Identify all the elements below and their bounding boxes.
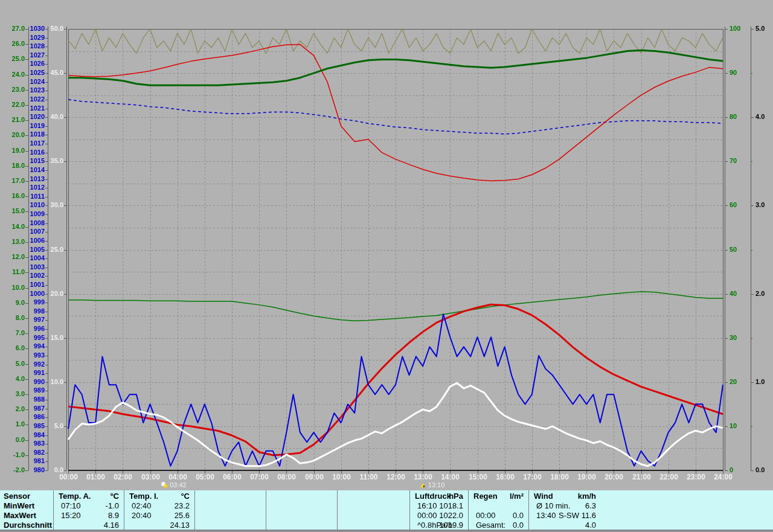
table-cell-value: 4.16 xyxy=(104,521,119,530)
moonrise-time: 03:42 xyxy=(170,481,187,489)
table-cell-row xyxy=(195,501,266,510)
table-cell-left: Gesamt: xyxy=(476,521,505,530)
table-cell-row: Ø 10 min.6.3 xyxy=(529,501,601,510)
table-col-tempa: Temp. A.°C07:10-1.015:208.94.16 xyxy=(53,490,124,530)
table-col-header: Regen xyxy=(473,492,498,501)
bottom-strip xyxy=(0,530,773,532)
table-cell-row: 16:101018.1 xyxy=(410,501,469,510)
table-col-empty xyxy=(337,490,410,530)
moonset-time: 13:10 xyxy=(428,481,445,489)
table-cell-row: 20:4025.6 xyxy=(124,511,195,520)
table-cell-left: Ø 10 min. xyxy=(536,501,570,510)
moonset-marker: 13:10 xyxy=(420,481,445,489)
table-cell-row: 24.13 xyxy=(124,521,195,530)
table-cell-row xyxy=(338,521,410,530)
table-cell-row: Temp. I.°C xyxy=(124,492,195,501)
table-cell-left: 00:00 xyxy=(476,511,496,520)
table-row-label: Durchschnitt xyxy=(4,521,52,530)
table-col-empty xyxy=(266,490,338,530)
table-cell-left: 02:40 xyxy=(132,501,152,510)
table-cell-value: 23.2 xyxy=(175,501,190,510)
table-cell-row xyxy=(195,492,266,501)
table-cell-row xyxy=(266,511,338,520)
table-cell-value: -1.0 xyxy=(106,501,119,510)
table-cell-left: 16:10 xyxy=(417,501,437,510)
table-cell-value: 1018.1 xyxy=(439,501,463,510)
table-cell-row xyxy=(469,501,529,510)
table-col-unit: hPa xyxy=(449,492,463,501)
table-row-label: Sensor xyxy=(4,492,30,501)
table-cell-value: 24.13 xyxy=(170,521,190,530)
table-col-regen: Regenl/m²00:000.0Gesamt:0.0 xyxy=(468,490,529,530)
table-cell-row: LuftdruckhPa xyxy=(410,492,469,501)
table-col-header: Wind xyxy=(534,492,553,501)
table-col-luftdruck: LuftdruckhPa16:101018.100:001022.0^0.8hP… xyxy=(409,490,469,530)
table-cell-value: 25.6 xyxy=(175,511,190,520)
stats-table: SensorMinWertMaxWertDurchschnittTemp. A.… xyxy=(0,490,773,530)
table-cell-value: 8.9 xyxy=(108,511,119,520)
table-col-empty xyxy=(194,490,266,530)
table-cell-row: 07:10-1.0 xyxy=(54,501,124,510)
table-cell-row: 00:001022.0 xyxy=(410,511,469,520)
table-row-label: MaxWert xyxy=(4,511,36,520)
table-cell-value: 1022.0 xyxy=(439,511,463,520)
table-cell-row: 4.0 xyxy=(529,521,601,530)
table-col-unit: °C xyxy=(181,492,190,501)
table-col-header: Temp. A. xyxy=(59,492,91,501)
table-cell-row xyxy=(266,521,338,530)
moonrise-icon xyxy=(161,482,168,488)
table-col-unit: l/m² xyxy=(510,492,524,501)
table-cell-left: 00:00 xyxy=(417,511,437,520)
table-row-label: MinWert xyxy=(4,501,34,510)
table-cell-row: Regenl/m² xyxy=(469,492,529,501)
moonset-icon xyxy=(420,482,426,488)
table-cell-row xyxy=(195,521,266,530)
table-cell-left: 20:40 xyxy=(132,511,152,520)
weather-app-window: { "window": { "title": "Dienstag, 25.02.… xyxy=(0,0,773,532)
table-cell-row xyxy=(338,492,410,501)
table-cell-row: 15:208.9 xyxy=(54,511,124,520)
table-col-wind: Windkm/hØ 10 min.6.313:40S-SW 11.64.0 xyxy=(528,490,601,530)
table-cell-value: 6.3 xyxy=(585,501,596,510)
table-cell-row xyxy=(338,511,410,520)
table-col-header: Luftdruck xyxy=(415,492,451,501)
table-col-unit: °C xyxy=(110,492,119,501)
table-cell-row xyxy=(195,511,266,520)
table-cell-row xyxy=(266,492,338,501)
table-cell-row xyxy=(266,501,338,510)
weather-chart-canvas xyxy=(0,0,773,490)
table-cell-value: 4.0 xyxy=(585,521,596,530)
table-cell-left: 13:40 xyxy=(536,511,556,520)
table-cell-row: ^0.8hPa/h1019.9 xyxy=(410,521,469,530)
moonrise-marker: 03:42 xyxy=(161,481,187,489)
table-cell-row: Temp. A.°C xyxy=(54,492,124,501)
table-cell-value: S-SW 11.6 xyxy=(559,511,596,520)
table-cell-left: 15:20 xyxy=(61,511,81,520)
table-cell-row: 00:000.0 xyxy=(469,511,529,520)
table-cell-row: Windkm/h xyxy=(529,492,601,501)
table-cell-value: 0.0 xyxy=(513,521,524,530)
table-cell-row xyxy=(338,501,410,510)
table-col-unit: km/h xyxy=(578,492,596,501)
table-cell-row: Gesamt:0.0 xyxy=(469,521,529,530)
table-cell-value: 1019.9 xyxy=(439,521,463,530)
table-cell-row: 4.16 xyxy=(54,521,124,530)
table-col-tempi: Temp. I.°C02:4023.220:4025.624.13 xyxy=(124,490,195,530)
table-cell-left: 07:10 xyxy=(61,501,81,510)
table-cell-row: 02:4023.2 xyxy=(124,501,195,510)
table-col-header: Temp. I. xyxy=(129,492,158,501)
table-cell-row: 13:40S-SW 11.6 xyxy=(529,511,601,520)
table-cell-value: 0.0 xyxy=(513,511,524,520)
